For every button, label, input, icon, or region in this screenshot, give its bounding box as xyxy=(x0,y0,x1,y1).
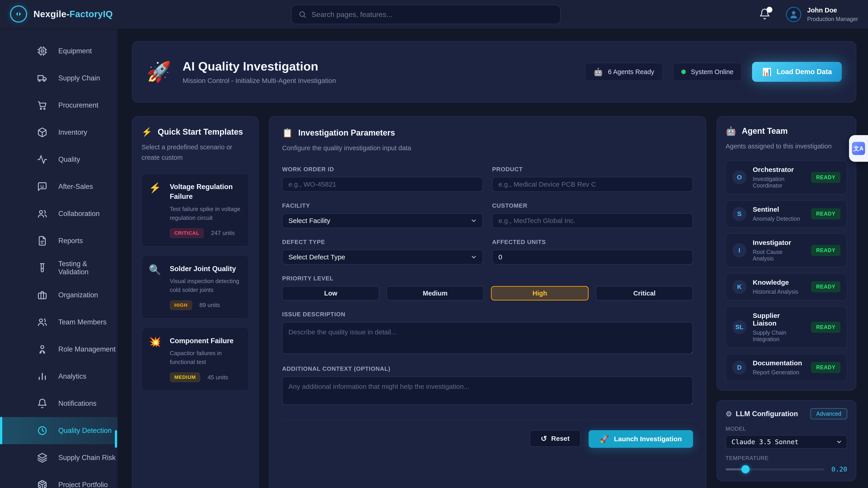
agent-team-panel: 🤖 Agent Team Agents assigned to this inv… xyxy=(717,116,856,391)
agent-card-sentinel[interactable]: S Sentinel Anomaly Detection READY xyxy=(725,200,847,228)
person-icon xyxy=(788,9,799,20)
agent-avatar: SL xyxy=(733,320,746,334)
priority-medium-button[interactable]: Medium xyxy=(386,286,484,300)
agent-avatar: O xyxy=(733,170,746,184)
sidebar-item-quality-detection[interactable]: Quality Detection xyxy=(0,417,118,444)
defect-type-label: DEFECT TYPE xyxy=(282,238,483,246)
chart-icon: 📊 xyxy=(762,67,772,76)
box3d-icon xyxy=(37,480,48,488)
sidebar-item-testing-validation[interactable]: Testing & Validation xyxy=(0,254,118,282)
search-input[interactable] xyxy=(311,10,553,19)
chevron-down-icon xyxy=(836,439,842,445)
reset-button[interactable]: ↺ Reset xyxy=(530,430,581,447)
agent-card-orchestrator[interactable]: O Orchestrator Investigation Coordinator… xyxy=(725,160,847,194)
clipboard-icon: 📋 xyxy=(282,128,293,138)
status-badge: READY xyxy=(811,245,840,256)
issue-description-textarea[interactable] xyxy=(282,322,693,354)
activity-icon xyxy=(37,154,48,165)
sidebar-item-after-sales[interactable]: After-Sales xyxy=(0,173,118,200)
file-icon xyxy=(37,236,48,246)
sidebar-item-analytics[interactable]: Analytics xyxy=(0,363,118,390)
page-title: AI Quality Investigation xyxy=(183,59,336,73)
rocket-icon: 🚀 xyxy=(147,62,171,82)
sidebar-item-equipment[interactable]: Equipment xyxy=(0,37,118,65)
cpu-icon xyxy=(37,46,48,56)
template-card-solder[interactable]: 🔍 Solder Joint Quality Visual inspection… xyxy=(142,255,249,319)
additional-context-textarea[interactable] xyxy=(282,377,693,405)
load-demo-data-button[interactable]: 📊 Load Demo Data xyxy=(752,62,842,82)
user-menu[interactable]: John Doe Production Manager xyxy=(786,6,858,22)
chevron-down-icon xyxy=(470,217,477,224)
sidebar-item-team-members[interactable]: Team Members xyxy=(0,308,118,336)
affected-units-input[interactable] xyxy=(492,250,693,265)
sidebar-item-supply-chain[interactable]: Supply Chain xyxy=(0,65,118,92)
priority-low-button[interactable]: Low xyxy=(282,286,379,300)
lightning-icon: ⚡ xyxy=(149,182,161,238)
priority-label: PRIORITY LEVEL xyxy=(282,275,693,282)
launch-investigation-button[interactable]: 🚀 Launch Investigation xyxy=(589,430,693,448)
sidebar-item-collaboration[interactable]: Collaboration xyxy=(0,200,118,227)
severity-badge: HIGH xyxy=(170,300,192,310)
form-title: 📋 Investigation Parameters xyxy=(282,128,693,138)
sidebar-item-notifications[interactable]: Notifications xyxy=(0,390,118,417)
sidebar-item-project-portfolio[interactable]: Project Portfolio xyxy=(0,471,118,488)
model-select[interactable]: Claude 3.5 Sonnet xyxy=(725,435,847,449)
customer-label: CUSTOMER xyxy=(492,202,693,209)
sidebar-item-procurement[interactable]: Procurement xyxy=(0,92,118,119)
defect-type-select[interactable]: Select Defect Type xyxy=(282,250,483,265)
issue-description-label: ISSUE DESCRIPTION xyxy=(282,311,693,318)
temperature-slider[interactable] xyxy=(725,468,825,470)
template-card-voltage[interactable]: ⚡ Voltage Regulation Failure Test failur… xyxy=(142,173,249,247)
brand[interactable]: Nexgile-FactoryIQ xyxy=(10,5,113,23)
sidebar-item-quality[interactable]: Quality xyxy=(0,146,118,173)
priority-high-button[interactable]: High xyxy=(491,286,589,300)
agent-card-supplier-liaison[interactable]: SL Supplier Liaison Supply Chain Integra… xyxy=(725,306,847,348)
brand-title: Nexgile-FactoryIQ xyxy=(33,9,113,19)
product-input[interactable] xyxy=(492,177,693,192)
agent-avatar: D xyxy=(733,361,746,375)
temperature-slider-thumb[interactable] xyxy=(741,465,749,473)
notifications-bell-button[interactable] xyxy=(759,8,772,21)
investigation-parameters-panel: 📋 Investigation Parameters Configure the… xyxy=(269,116,706,488)
units-count: 45 units xyxy=(208,374,228,381)
sidebar-item-inventory[interactable]: Inventory xyxy=(0,119,118,146)
sidebar-scrollbar-thumb[interactable] xyxy=(115,430,117,448)
sidebar-nav: Equipment Supply Chain Procurement Inven… xyxy=(0,29,118,488)
priority-critical-button[interactable]: Critical xyxy=(596,286,693,300)
brand-logo-icon xyxy=(10,5,27,23)
llm-configuration-panel: ⚙ LLM Configuration Advanced MODEL Claud… xyxy=(717,400,856,481)
sidebar-item-role-management[interactable]: Role Management xyxy=(0,336,118,363)
robot-icon: 🤖 xyxy=(593,67,603,76)
bell-icon xyxy=(37,398,48,409)
sidebar-item-reports[interactable]: Reports xyxy=(0,227,118,254)
facility-label: FACILITY xyxy=(282,202,483,209)
agent-card-knowledge[interactable]: K Knowledge Historical Analysis READY xyxy=(725,273,847,300)
facility-select[interactable]: Select Facility xyxy=(282,213,483,228)
user-role: Production Manager xyxy=(807,16,858,22)
customer-input[interactable] xyxy=(492,213,693,228)
top-navbar: Nexgile-FactoryIQ John Doe Production Ma… xyxy=(0,0,868,29)
work-order-input[interactable] xyxy=(282,177,483,192)
agent-avatar: S xyxy=(733,207,746,221)
testtube-icon xyxy=(37,263,48,273)
affected-units-label: AFFECTED UNITS xyxy=(492,238,693,246)
advanced-badge[interactable]: Advanced xyxy=(810,408,847,419)
status-badge: READY xyxy=(811,362,840,373)
llm-config-title: ⚙ LLM Configuration xyxy=(725,410,798,418)
agent-card-investigator[interactable]: I Investigator Root Cause Analysis READY xyxy=(725,233,847,267)
template-card-component[interactable]: 💥 Component Failure Capacitor failures i… xyxy=(142,327,249,391)
work-order-label: WORK ORDER ID xyxy=(282,166,483,173)
agent-card-documentation[interactable]: D Documentation Report Generation READY xyxy=(725,354,847,381)
translate-icon: 文A xyxy=(852,142,865,155)
online-dot-icon xyxy=(681,70,686,74)
sidebar-item-supply-chain-risk[interactable]: Supply Chain Risk xyxy=(0,444,118,471)
temperature-value: 0.20 xyxy=(831,465,847,473)
translate-fab[interactable]: 文A xyxy=(849,135,868,162)
user-name: John Doe xyxy=(807,6,858,14)
sidebar-item-organization[interactable]: Organization xyxy=(0,282,118,308)
clock-icon xyxy=(37,425,48,436)
global-search[interactable] xyxy=(291,5,561,24)
message-icon xyxy=(37,182,48,192)
agent-team-subtitle: Agents assigned to this investigation xyxy=(725,141,847,151)
main-content: 🚀 AI Quality Investigation Mission Contr… xyxy=(118,29,868,488)
